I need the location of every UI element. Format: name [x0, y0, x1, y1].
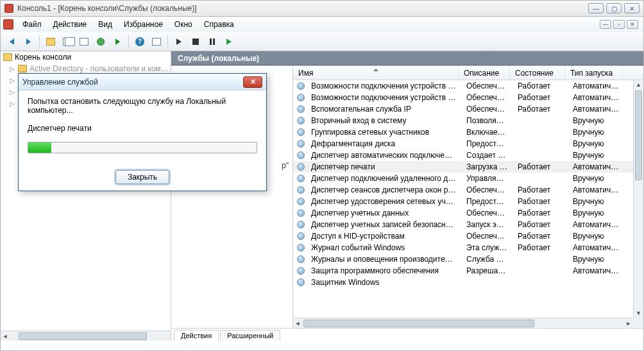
gear-icon [296, 163, 306, 171]
menu-window[interactable]: Окно [169, 18, 198, 31]
maximize-button[interactable]: ▢ [606, 3, 622, 13]
service-row[interactable]: Журнал событий WindowsЭта служб…Работает… [293, 242, 633, 253]
service-row[interactable]: Диспетчер удостоверения сетевых учас…Пре… [293, 196, 633, 207]
service-row[interactable]: Вспомогательная служба IPОбеспечи…Работа… [293, 103, 633, 115]
service-description: Служба ж… [461, 255, 513, 264]
gear-icon [296, 94, 306, 101]
menu-help[interactable]: Справка [199, 18, 239, 31]
close-button[interactable]: ✕ [624, 3, 640, 13]
service-row[interactable]: Диспетчер учетных данныхОбеспечи…Работае… [293, 207, 633, 219]
service-startup: Вручную [568, 116, 625, 125]
service-description: Создает п… [461, 151, 513, 160]
service-row[interactable]: Защитник Windows [293, 277, 633, 288]
toolbar: ? [0, 32, 644, 51]
list-h-scrollbar[interactable]: ◄ ► [293, 318, 633, 328]
service-name: Диспетчер удостоверения сетевых учас… [306, 197, 461, 206]
expander-icon[interactable]: ▷ [8, 77, 15, 84]
service-row[interactable]: Диспетчер печатиЗагрузка …РаботаетАвтома… [293, 161, 633, 173]
service-row[interactable]: Защита программного обеспеченияРазрешает… [293, 265, 633, 277]
service-row[interactable]: Группировка сетевых участниковВключает …… [293, 126, 633, 138]
scroll-left-icon[interactable]: ◄ [293, 319, 302, 328]
service-description: Предостав… [461, 139, 513, 148]
export-list-button[interactable] [110, 35, 124, 49]
v-scrollbar[interactable]: ▲ ▼ [633, 80, 643, 318]
service-row[interactable]: Диспетчер сеансов диспетчера окон ра…Обе… [293, 184, 633, 196]
service-row[interactable]: Доступ к HID-устройствамОбеспечи…Работае… [293, 230, 633, 242]
tree-h-scrollbar[interactable]: ◄ [1, 330, 171, 341]
service-startup: Автоматиче… [568, 266, 625, 275]
help-topic-button[interactable] [149, 35, 164, 49]
column-description[interactable]: Описание [459, 66, 510, 80]
statusbar [0, 341, 644, 351]
scroll-down-icon[interactable]: ▼ [634, 309, 643, 318]
service-state: Работает [513, 243, 568, 252]
bottom-tabs: Действия Расширенный [171, 328, 643, 341]
toolbar-separator [39, 35, 40, 48]
dialog-close-action-button[interactable]: Закрыть [115, 170, 169, 184]
service-control-dialog: Управление службой ✕ Попытка остановить … [18, 73, 267, 191]
service-row[interactable]: Вторичный вход в системуПозволяет…Вручну… [293, 115, 633, 126]
show-hide-tree-button[interactable] [60, 35, 74, 49]
service-stop-button[interactable] [189, 35, 203, 49]
services-list: Имя Описание Состояние Тип запуска Возмо… [293, 66, 643, 328]
service-row[interactable]: Диспетчер подключений удаленного д…Управ… [293, 173, 633, 184]
service-row[interactable]: Возможности подключения устройств …Обесп… [293, 92, 633, 103]
scroll-up-icon[interactable]: ▲ [634, 80, 643, 89]
gear-icon [296, 117, 306, 124]
service-description: Обеспечи… [461, 93, 513, 102]
menu-view[interactable]: Вид [93, 18, 117, 31]
tab-extended[interactable]: Расширенный [220, 330, 280, 341]
service-start-button[interactable] [172, 35, 186, 49]
scroll-thumb[interactable] [303, 320, 534, 327]
dialog-close-button[interactable]: ✕ [243, 76, 262, 88]
service-startup: Вручную [568, 209, 625, 218]
column-state[interactable]: Состояние [510, 66, 565, 80]
service-pause-button[interactable] [205, 35, 219, 49]
refresh-button[interactable] [94, 35, 108, 49]
menu-file[interactable]: Файл [17, 18, 47, 31]
service-name: Диспетчер печати [306, 162, 461, 171]
scroll-thumb[interactable] [19, 332, 147, 340]
service-startup: Автоматиче… [568, 162, 625, 171]
mdi-close-button[interactable]: ✕ [627, 20, 638, 29]
help-button[interactable]: ? [133, 35, 147, 49]
scroll-left-icon[interactable]: ◄ [1, 332, 10, 341]
gear-icon [296, 82, 306, 90]
service-description: Включает … [461, 128, 513, 137]
up-folder-button[interactable] [44, 35, 58, 49]
service-name: Вторичный вход в систему [306, 116, 461, 125]
gear-icon [296, 209, 306, 217]
service-row[interactable]: Дефрагментация дискаПредостав…Вручную [293, 138, 633, 150]
scroll-right-icon[interactable]: ► [624, 319, 633, 328]
mdi-restore-button[interactable]: ▫ [613, 20, 625, 29]
expander-icon[interactable]: ▷ [8, 65, 15, 73]
column-name[interactable]: Имя [293, 66, 459, 80]
properties-button[interactable] [77, 35, 91, 49]
service-row[interactable]: Возможности подключения устройств …Обесп… [293, 80, 633, 92]
service-restart-button[interactable] [222, 35, 236, 49]
service-state: Работает [513, 93, 568, 102]
menu-favorites[interactable]: Избранное [119, 18, 168, 31]
service-description: Обеспечи… [461, 81, 513, 90]
service-row[interactable]: Диспетчер учетных записей безопасно…Запу… [293, 219, 633, 230]
scroll-thumb[interactable] [635, 90, 642, 180]
window-title: Консоль1 - [Корень консоли\Службы (локал… [17, 4, 584, 13]
nav-forward-button[interactable] [21, 35, 35, 49]
service-name: Диспетчер учетных данных [306, 209, 461, 218]
tab-actions[interactable]: Действия [174, 330, 219, 341]
expander-icon[interactable]: ▷ [8, 89, 15, 96]
tree-root[interactable]: Корень консоли [1, 51, 171, 63]
content-title: Службы (локальные) [171, 51, 643, 65]
menu-action[interactable]: Действие [48, 18, 92, 31]
service-name: Журнал событий Windows [306, 243, 461, 252]
nav-back-button[interactable] [4, 35, 19, 49]
mdi-minimize-button[interactable]: — [600, 20, 611, 29]
expander-icon[interactable]: ▷ [8, 100, 15, 107]
service-row[interactable]: Диспетчер автоматических подключен…Созда… [293, 150, 633, 161]
service-startup: Автоматиче… [568, 93, 625, 102]
dialog-message: Попытка остановить следующую службу на Л… [28, 97, 257, 115]
minimize-button[interactable]: — [588, 3, 604, 13]
service-startup: Автоматиче… [568, 81, 625, 90]
column-startup[interactable]: Тип запуска [565, 66, 623, 80]
service-row[interactable]: Журналы и оповещения производител…Служба… [293, 253, 633, 265]
